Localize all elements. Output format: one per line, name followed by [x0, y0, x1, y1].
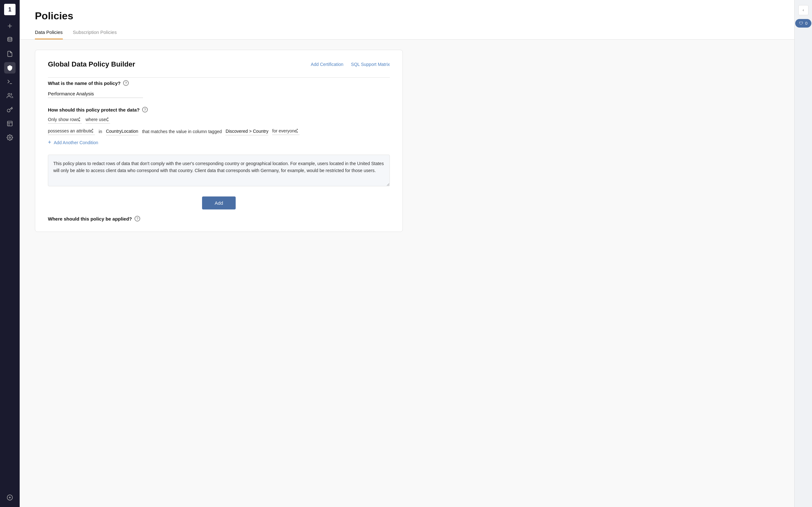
matches-text: that matches the value in column tagged	[142, 129, 222, 134]
svg-rect-3	[8, 121, 12, 126]
attribute-group: possesses an attribute ▲ ▼	[48, 128, 95, 135]
add-certification-link[interactable]: Add Certification	[311, 62, 344, 67]
sidebar-item-key[interactable]	[4, 104, 15, 115]
condition-row-1: Only show rows ▲ ▼ where user ▲ ▼	[48, 116, 390, 124]
show-rows-group: Only show rows ▲ ▼	[48, 116, 82, 124]
for-everyone-down[interactable]: ▼	[295, 131, 299, 134]
main-content: Policies Data Policies Subscription Poli…	[20, 0, 794, 507]
policy-name-label: What is the name of this policy? ?	[48, 80, 390, 86]
svg-point-0	[8, 38, 12, 39]
where-user-text: where user	[86, 117, 107, 122]
svg-point-6	[9, 137, 11, 138]
sidebar-item-add[interactable]	[4, 20, 15, 32]
tab-subscription-policies[interactable]: Subscription Policies	[73, 30, 117, 39]
page-body: Global Data Policy Builder Add Certifica…	[20, 40, 794, 507]
attribute-text: possesses an attribute	[48, 128, 92, 133]
protection-label: How should this policy protect the data?…	[48, 107, 390, 112]
where-user-group: where user ▲ ▼	[86, 116, 110, 124]
attribute-value: CountryLocation	[106, 127, 138, 135]
svg-point-2	[8, 94, 10, 96]
card-header: Global Data Policy Builder Add Certifica…	[48, 60, 390, 68]
collapse-button[interactable]: ‹	[798, 5, 809, 15]
show-rows-text: Only show rows	[48, 117, 79, 122]
where-applied-label: Where should this policy be applied? ?	[48, 216, 390, 222]
condition-row-2: possesses an attribute ▲ ▼ in CountryLoc…	[48, 127, 390, 135]
for-everyone-up[interactable]: ▲	[295, 128, 299, 131]
sidebar-item-reports[interactable]	[4, 118, 15, 129]
add-button[interactable]: Add	[202, 196, 236, 210]
in-text: in	[99, 129, 102, 134]
header: Policies Data Policies Subscription Poli…	[20, 0, 794, 40]
tag-value: Discovered > Country	[225, 127, 268, 135]
policy-name-help-icon[interactable]: ?	[123, 80, 129, 86]
for-everyone-stepper: ▲ ▼	[295, 128, 299, 134]
protection-section: How should this policy protect the data?…	[48, 107, 390, 146]
for-everyone-text: for everyone	[272, 128, 297, 133]
where-user-stepper: ▲ ▼	[106, 116, 110, 123]
policy-builder-card: Global Data Policy Builder Add Certifica…	[35, 50, 403, 232]
badge-count: 0	[805, 21, 807, 26]
protection-help-icon[interactable]: ?	[142, 107, 148, 112]
attribute-down[interactable]: ▼	[90, 131, 95, 134]
add-condition-plus-icon: +	[48, 139, 51, 146]
policy-name-label-text: What is the name of this policy?	[48, 80, 120, 86]
show-rows-up[interactable]: ▲	[78, 116, 82, 119]
sidebar-item-settings[interactable]	[4, 132, 15, 143]
card-title: Global Data Policy Builder	[48, 60, 135, 68]
tab-data-policies[interactable]: Data Policies	[35, 30, 63, 39]
where-applied-text: Where should this policy be applied?	[48, 216, 132, 222]
show-rows-down[interactable]: ▼	[78, 119, 82, 123]
collapse-arrow-icon: ‹	[803, 8, 804, 12]
show-rows-stepper: ▲ ▼	[78, 116, 82, 123]
where-user-up[interactable]: ▲	[106, 116, 110, 119]
sidebar-item-add-bottom[interactable]	[4, 492, 15, 503]
policy-name-section: What is the name of this policy? ?	[48, 80, 390, 98]
for-everyone-group: for everyone ▲ ▼	[272, 128, 299, 135]
add-condition-button[interactable]: + Add Another Condition	[48, 139, 390, 146]
sidebar-item-users[interactable]	[4, 90, 15, 101]
badge-button[interactable]: 🛡 0	[795, 19, 811, 27]
card-actions: Add Certification SQL Support Matrix	[311, 62, 390, 67]
sidebar-item-terminal[interactable]	[4, 76, 15, 88]
tabs: Data Policies Subscription Policies	[35, 30, 779, 39]
sidebar: 1	[0, 0, 20, 507]
badge-shield-icon: 🛡	[799, 21, 803, 26]
policy-name-input[interactable]	[48, 90, 143, 98]
card-divider	[48, 77, 390, 78]
sql-support-matrix-link[interactable]: SQL Support Matrix	[351, 62, 390, 67]
where-applied-help-icon[interactable]: ?	[135, 216, 140, 222]
sidebar-item-security[interactable]	[4, 62, 15, 73]
attribute-stepper: ▲ ▼	[90, 128, 95, 134]
attribute-up[interactable]: ▲	[90, 128, 95, 131]
sidebar-item-database[interactable]	[4, 34, 15, 46]
page-title: Policies	[35, 10, 779, 22]
sidebar-item-files[interactable]	[4, 48, 15, 60]
description-section: This policy plans to redact rows of data…	[48, 155, 390, 187]
description-textarea[interactable]: This policy plans to redact rows of data…	[48, 155, 390, 186]
protection-label-text: How should this policy protect the data?	[48, 107, 140, 112]
where-user-down[interactable]: ▼	[106, 119, 110, 123]
logo: 1	[4, 4, 15, 15]
right-panel: ‹ 🛡 0	[794, 0, 812, 507]
add-condition-label: Add Another Condition	[54, 140, 98, 145]
